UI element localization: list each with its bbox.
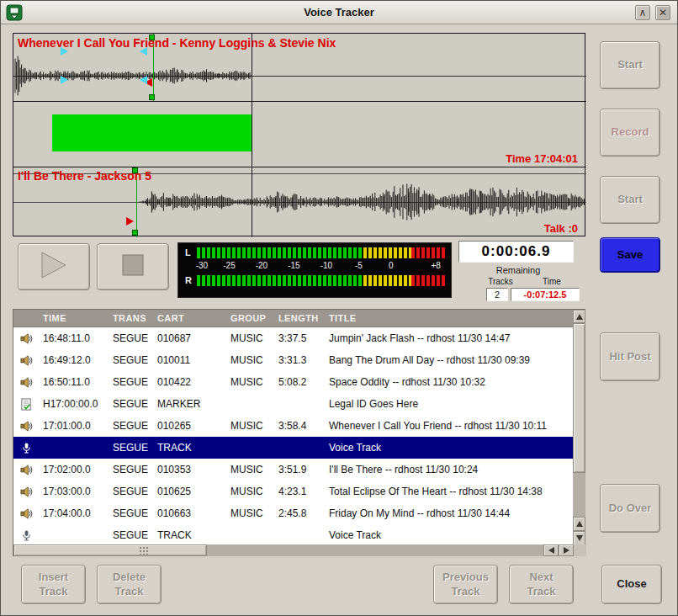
- log-row[interactable]: 16:49:12.0SEGUE010011MUSIC3:31.3Bang The…: [13, 349, 574, 371]
- cell-group: MUSIC: [227, 420, 275, 432]
- speaker-icon: [13, 507, 40, 520]
- column-header-group: GROUP: [227, 313, 275, 323]
- save-label: Save: [617, 248, 643, 263]
- vertical-scrollbar-thumb[interactable]: [573, 323, 585, 473]
- play-icon: [40, 251, 67, 284]
- remaining-label: Remaining: [455, 265, 581, 275]
- cell-trans: SEGUE: [109, 529, 154, 541]
- previous-track-title: Whenever I Call You Friend - Kenny Loggi…: [18, 36, 336, 50]
- start-next-label: Start: [617, 193, 643, 207]
- cell-length: 3:51.9: [275, 464, 326, 475]
- hit-post-button[interactable]: Hit Post: [600, 332, 660, 381]
- voice-track-region[interactable]: [52, 114, 252, 151]
- cell-title: Legal ID Goes Here: [326, 398, 574, 410]
- meter-scale: -30-25-20-15-10-50+8: [197, 261, 446, 272]
- speaker-icon: [13, 376, 40, 389]
- scroll-left-icon[interactable]: [543, 544, 559, 556]
- delete-track-button[interactable]: Delete Track: [97, 565, 162, 604]
- cell-group: MUSIC: [227, 376, 275, 388]
- cell-group: MUSIC: [227, 507, 275, 519]
- cell-time: 16:49:12.0: [40, 354, 109, 366]
- cell-time: 16:48:11.0: [40, 332, 109, 344]
- cell-trans: SEGUE: [109, 332, 154, 344]
- previous-track-label2: Track: [452, 585, 480, 599]
- cell-time: 17:03:00.0: [40, 486, 109, 497]
- insert-track-button[interactable]: Insert Track: [21, 565, 86, 604]
- start-previous-label: Start: [617, 58, 643, 72]
- log-row[interactable]: 16:50:11.0SEGUE010422MUSIC5:08.2Space Od…: [13, 371, 574, 393]
- play-button[interactable]: [18, 243, 90, 290]
- save-button[interactable]: Save: [600, 237, 660, 273]
- speaker-icon: [13, 332, 40, 345]
- column-header-time: TIME: [40, 313, 109, 323]
- voice-tracker-window: Voice Tracker ∧ ✕: [0, 0, 678, 616]
- horizontal-scrollbar-track[interactable]: [207, 544, 543, 556]
- log-row[interactable]: 17:03:00.0SEGUE010625MUSIC4:23.1Total Ec…: [13, 481, 574, 502]
- do-over-label: Do Over: [609, 502, 652, 516]
- vertical-scrollbar-track[interactable]: [573, 473, 585, 517]
- log-row[interactable]: 16:48:11.0SEGUE010687MUSIC3:37.5Jumpin' …: [13, 327, 574, 349]
- cell-title: Jumpin' Jack Flash -- rdhost 11/30 14:47: [326, 332, 574, 344]
- title-bar[interactable]: Voice Tracker ∧ ✕: [1, 1, 677, 24]
- column-header-trans: TRANS: [109, 313, 154, 323]
- cell-cart: 010011: [154, 354, 227, 366]
- scroll-down-icon[interactable]: [573, 531, 585, 545]
- fade-marker-icon[interactable]: [61, 76, 68, 84]
- play-marker-icon[interactable]: [126, 217, 134, 226]
- cell-group: MUSIC: [227, 464, 275, 475]
- close-window-icon[interactable]: ✕: [655, 5, 670, 20]
- scroll-up-icon[interactable]: [573, 517, 585, 531]
- waveform-display[interactable]: Whenever I Call You Friend - Kenny Loggi…: [13, 33, 585, 236]
- record-button[interactable]: Record: [600, 109, 660, 157]
- meter-tick-label: -25: [223, 261, 235, 270]
- next-track-label2: Track: [527, 585, 556, 599]
- meter-tick-label: -30: [196, 261, 208, 270]
- log-row[interactable]: SEGUETRACKVoice Track: [13, 524, 574, 545]
- meter-green-segment: [197, 247, 363, 258]
- time-remaining-value: -0:07:12.5: [511, 288, 580, 301]
- scroll-right-icon[interactable]: [559, 544, 574, 556]
- next-track-title: I'll Be There - Jackson 5: [18, 169, 151, 183]
- stop-button[interactable]: [97, 243, 169, 290]
- close-button[interactable]: Close: [601, 565, 662, 604]
- cell-time: 17:01:00.0: [40, 420, 109, 432]
- meter-tick-label: -10: [320, 261, 332, 270]
- speaker-icon: [13, 486, 40, 498]
- cell-trans: SEGUE: [109, 464, 154, 475]
- log-row[interactable]: 17:01:00.0SEGUE010265MUSIC3:58.4Whenever…: [13, 415, 574, 437]
- log-row[interactable]: 17:02:00.0SEGUE010353MUSIC3:51.9I'll Be …: [13, 459, 574, 481]
- cell-cart: 010625: [154, 486, 227, 497]
- shade-window-icon[interactable]: ∧: [635, 5, 650, 20]
- cell-trans: SEGUE: [109, 398, 154, 410]
- cell-cart: TRACK: [154, 529, 227, 541]
- cell-cart: 010353: [154, 464, 227, 475]
- next-track-button[interactable]: Next Track: [509, 565, 574, 604]
- previous-track-button[interactable]: Previous Track: [433, 565, 498, 604]
- column-header-title: TITLE: [326, 313, 574, 323]
- insert-track-label2: Track: [40, 585, 68, 599]
- scroll-up-icon[interactable]: [573, 310, 585, 323]
- delete-track-label2: Track: [115, 585, 144, 599]
- pane-divider: [13, 101, 586, 102]
- horizontal-scrollbar-thumb[interactable]: [13, 544, 207, 556]
- cell-title: Bang The Drum All Day -- rdhost 11/30 09…: [326, 354, 574, 366]
- meter-tick-label: -20: [256, 261, 267, 270]
- fade-marker-icon[interactable]: [140, 76, 147, 84]
- cell-trans: SEGUE: [109, 507, 154, 519]
- start-previous-button[interactable]: Start: [600, 41, 660, 89]
- log-row[interactable]: 17:04:00.0SEGUE010663MUSIC2:45.8Friday O…: [13, 502, 574, 524]
- cell-time: 17:02:00.0: [40, 464, 109, 475]
- cell-cart: MARKER: [154, 398, 227, 410]
- log-row[interactable]: H17:00:00.0SEGUEMARKERLegal ID Goes Here: [13, 393, 574, 415]
- marker-handle[interactable]: [149, 94, 155, 100]
- start-next-button[interactable]: Start: [600, 176, 660, 224]
- remaining-panel: Remaining Tracks Time 2 -0:07:12.5: [455, 265, 581, 302]
- audio-level-meter: L -30-25-20-15-10-50+8 R: [177, 242, 452, 298]
- cell-cart: 010422: [154, 376, 227, 388]
- stop-icon: [122, 254, 144, 280]
- cell-cart: TRACK: [154, 442, 227, 454]
- log-row[interactable]: SEGUETRACKVoice Track: [13, 437, 574, 459]
- marker-handle[interactable]: [132, 230, 138, 236]
- column-header-length: LENGTH: [275, 313, 326, 323]
- do-over-button[interactable]: Do Over: [600, 484, 660, 533]
